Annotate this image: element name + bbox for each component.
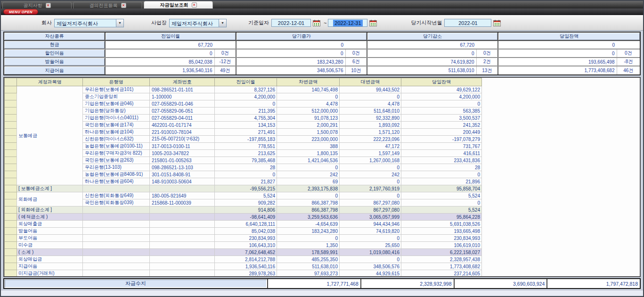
account-cell[interactable]: 부도어음 xyxy=(17,235,83,242)
amount-cell[interactable]: 2,814,212,788 xyxy=(215,256,277,263)
amount-cell[interactable]: 0 xyxy=(215,100,277,107)
calendar-icon[interactable] xyxy=(369,20,377,26)
amount-cell[interactable]: 0 xyxy=(215,171,277,178)
amount-cell[interactable]: 3,065,057,999 xyxy=(340,214,401,221)
amount-cell[interactable]: 222,223,096 xyxy=(340,136,401,143)
amount-cell[interactable]: 1,773,408,682 xyxy=(401,263,482,270)
amount-cell[interactable]: 1,500,078 xyxy=(277,129,340,136)
amount-cell[interactable]: 5,524 xyxy=(401,192,482,199)
account-cell[interactable]: 지급어음 xyxy=(17,263,83,270)
account-number-cell[interactable]: 027-055829-01-046 xyxy=(150,100,215,107)
bank-cell[interactable] xyxy=(83,270,150,277)
account-number-cell[interactable] xyxy=(150,228,215,235)
account-number-cell[interactable] xyxy=(150,263,215,270)
amount-cell[interactable]: 511,648,010 xyxy=(340,107,401,115)
amount-cell[interactable]: 233,431,836 xyxy=(401,157,482,164)
account-number-cell[interactable]: 027-055829-06-051 xyxy=(150,107,215,115)
amount-cell[interactable]: 0 xyxy=(340,178,401,185)
row-indicator[interactable] xyxy=(5,93,17,100)
bank-cell[interactable]: 기업은행(보통예금046) xyxy=(83,100,150,107)
row-indicator[interactable] xyxy=(5,178,17,185)
amount-cell[interactable]: 1,597,149 xyxy=(340,150,401,157)
amount-cell[interactable]: 4,200,000 xyxy=(401,93,482,100)
amount-cell[interactable]: -99,556,215 xyxy=(215,185,277,192)
row-indicator[interactable] xyxy=(5,129,17,136)
account-number-cell[interactable]: 215868-11-000039 xyxy=(150,199,215,206)
bank-cell[interactable]: 우리은행(13-103) xyxy=(83,164,150,171)
row-indicator[interactable] xyxy=(5,122,17,129)
account-cell[interactable]: 미지급금(거래처) xyxy=(17,270,83,277)
menu-open-button[interactable]: MENU OPEN xyxy=(3,9,38,15)
amount-cell[interactable]: -98,641,409 xyxy=(215,214,277,221)
amount-cell[interactable]: 4,478 xyxy=(340,100,401,107)
amount-cell[interactable]: 134,153 xyxy=(215,122,277,129)
tab-notice[interactable]: 공지사항 xyxy=(2,2,72,8)
date-to-input[interactable]: 2022-12-31 xyxy=(328,19,367,27)
tab-voucher-entry[interactable]: 결의전표등록 xyxy=(73,2,142,8)
account-number-cell[interactable]: 1005-203-347822 xyxy=(150,150,215,157)
amount-cell[interactable]: 0 xyxy=(277,235,340,242)
bank-cell[interactable]: 하나은행(보통예금604) xyxy=(83,178,150,185)
bank-cell[interactable]: 신한은행(외화통장649) xyxy=(83,192,150,199)
amount-cell[interactable]: 242 xyxy=(277,171,340,178)
amount-cell[interactable]: 0 xyxy=(277,164,340,171)
amount-cell[interactable]: 0 xyxy=(340,256,401,263)
amount-cell[interactable]: 511,638,010 xyxy=(277,263,340,270)
amount-cell[interactable]: 3,500,537 xyxy=(401,115,482,122)
amount-cell[interactable]: 944,434,946 xyxy=(340,221,401,228)
account-cell[interactable]: 외상매출금 xyxy=(17,221,83,228)
amount-cell[interactable]: 183,243,280 xyxy=(277,228,340,235)
amount-cell[interactable]: 289,978,263 xyxy=(215,270,277,277)
row-indicator[interactable] xyxy=(5,150,17,157)
account-number-cell[interactable]: 221-910010-78104 xyxy=(150,129,215,136)
bank-cell[interactable]: 농협은행(보통예금0100-11) xyxy=(83,143,150,150)
amount-cell[interactable]: 223,000,000 xyxy=(277,136,340,143)
amount-cell[interactable]: 92,332,890 xyxy=(340,115,401,122)
row-indicator[interactable] xyxy=(5,164,17,171)
amount-cell[interactable]: 867,297,080 xyxy=(340,206,401,214)
account-number-cell[interactable]: 462201-01-017174 xyxy=(150,122,215,129)
row-indicator[interactable] xyxy=(5,107,17,115)
amount-cell[interactable]: 106,643,310 xyxy=(215,242,277,249)
account-number-cell[interactable] xyxy=(150,249,215,256)
row-indicator[interactable] xyxy=(5,171,17,178)
amount-cell[interactable]: 44,929,615 xyxy=(340,270,401,277)
bank-cell[interactable] xyxy=(83,256,150,263)
amount-cell[interactable]: 0 xyxy=(401,199,482,206)
row-indicator[interactable] xyxy=(5,100,17,107)
amount-cell[interactable]: -197,078,279 xyxy=(401,136,482,143)
close-icon[interactable] xyxy=(192,2,197,8)
bank-cell[interactable] xyxy=(83,221,150,228)
subtotal-label[interactable]: ( 예적금소계 ) xyxy=(17,214,83,221)
amount-cell[interactable]: 0 xyxy=(401,100,482,107)
amount-cell[interactable]: 106,619,010 xyxy=(401,242,482,249)
amount-cell[interactable]: 1,893,092 xyxy=(340,122,401,129)
amount-cell[interactable]: 388 xyxy=(277,143,340,150)
amount-cell[interactable]: 79,385,468 xyxy=(215,157,277,164)
subtotal-label[interactable]: [ 외화예금소계 ] xyxy=(17,206,83,214)
chevron-down-icon[interactable] xyxy=(219,19,226,27)
close-icon[interactable] xyxy=(46,3,51,8)
bank-cell[interactable]: 우리은행(보통예금101) xyxy=(83,86,150,93)
bank-cell[interactable]: 국민은행(외화통장039) xyxy=(83,199,150,206)
bank-cell[interactable] xyxy=(83,185,150,192)
amount-cell[interactable]: 200,449 xyxy=(401,129,482,136)
amount-cell[interactable]: 95,864,228 xyxy=(401,214,482,221)
row-indicator[interactable] xyxy=(5,235,17,242)
amount-cell[interactable]: 866,387,798 xyxy=(277,206,340,214)
account-number-cell[interactable]: 215801-01-005263 xyxy=(150,157,215,164)
amount-cell[interactable]: 0 xyxy=(401,171,482,178)
amount-cell[interactable]: 211,395 xyxy=(215,107,277,115)
bank-cell[interactable] xyxy=(83,249,150,256)
amount-cell[interactable]: 5,524 xyxy=(401,206,482,214)
account-number-cell[interactable] xyxy=(150,242,215,249)
close-icon[interactable] xyxy=(121,3,126,8)
bank-cell[interactable]: 국민은행(보통예금174) xyxy=(83,122,150,129)
amount-cell[interactable]: 49,629,122 xyxy=(401,86,482,93)
row-indicator[interactable] xyxy=(5,185,17,192)
amount-cell[interactable]: 4,478 xyxy=(277,100,340,107)
bank-cell[interactable]: 하나은행(보통예금104) xyxy=(83,129,150,136)
amount-cell[interactable]: 1,936,540,116 xyxy=(215,263,277,270)
amount-cell[interactable]: 21,827 xyxy=(215,178,277,185)
amount-cell[interactable]: 1,019,080,416 xyxy=(340,249,401,256)
